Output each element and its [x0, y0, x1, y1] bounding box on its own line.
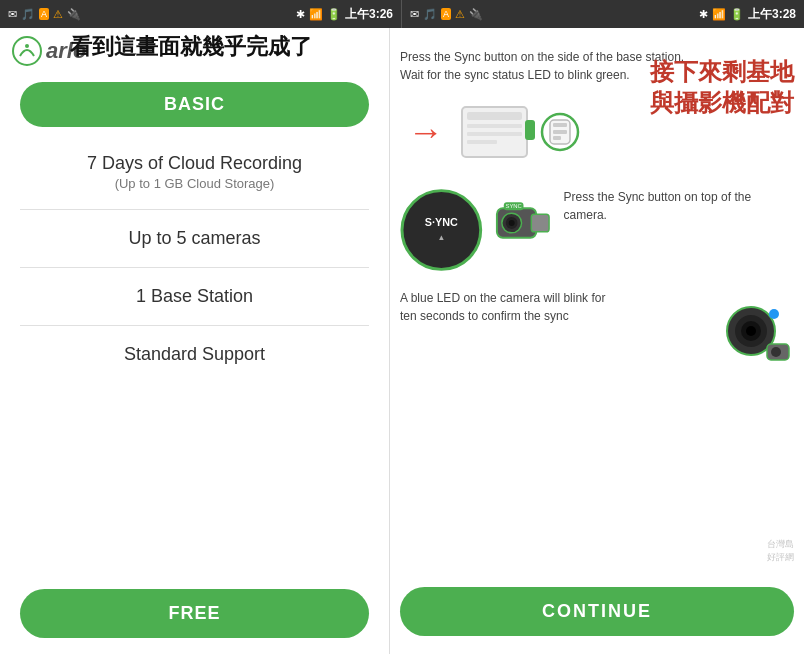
content-sections: Press the Sync button on the side of the… [400, 38, 794, 577]
feature-cameras: Up to 5 cameras [20, 210, 369, 268]
watermark: 台灣島好評網 [767, 538, 794, 564]
svg-point-27 [746, 326, 756, 336]
camera-sync-text: Press the Sync button on top of the came… [564, 188, 794, 224]
status-bars: ✉ 🎵 A ⚠ 🔌 ✱ 📶 🔋 上午3:26 ✉ 🎵 A ⚠ 🔌 ✱ 📶 🔋 上… [0, 0, 804, 28]
icon-warning-r: ⚠ [455, 8, 465, 21]
icon-music: 🎵 [21, 8, 35, 21]
svg-point-28 [769, 309, 779, 319]
arrow-right-icon: → [408, 111, 444, 153]
icon-battery: 🔋 [327, 8, 341, 21]
left-panel: arlo 看到這畫面就幾乎完成了 BASIC 7 Days of Cloud R… [0, 28, 390, 654]
icon-asus-r: A [441, 8, 451, 20]
free-button[interactable]: FREE [20, 589, 369, 638]
icon-music-r: 🎵 [423, 8, 437, 21]
icon-warning: ⚠ [53, 8, 63, 21]
feature-cloud-sub: (Up to 1 GB Cloud Storage) [20, 176, 369, 191]
continue-button[interactable]: CONTINUE [400, 587, 794, 636]
svg-text:SYNC: SYNC [505, 203, 522, 209]
icon-battery-r: 🔋 [730, 8, 744, 21]
icon-email-r: ✉ [410, 8, 419, 21]
svg-rect-20 [531, 214, 549, 232]
annotation-text-right: 接下來剩基地 與攝影機配對 [650, 56, 794, 118]
feature-cloud-main: 7 Days of Cloud Recording [20, 153, 369, 174]
left-status-icons: ✉ 🎵 A ⚠ 🔌 [8, 8, 81, 21]
svg-rect-3 [467, 112, 522, 120]
svg-rect-7 [525, 120, 535, 140]
svg-rect-12 [553, 136, 561, 140]
feature-base-main: 1 Base Station [20, 286, 369, 307]
left-header: arlo 看到這畫面就幾乎完成了 [0, 28, 389, 74]
free-button-container: FREE [0, 577, 389, 654]
right-time: 上午3:28 [748, 6, 796, 23]
annotation-text-left: 看到這畫面就幾乎完成了 [70, 32, 312, 62]
left-time: 上午3:26 [345, 6, 393, 23]
status-bar-left: ✉ 🎵 A ⚠ 🔌 ✱ 📶 🔋 上午3:26 [0, 0, 402, 28]
sync-button-svg: S·YNC ▲ [400, 188, 484, 273]
right-right-icons: ✱ 📶 🔋 上午3:28 [699, 6, 796, 23]
svg-rect-5 [467, 132, 522, 136]
icon-usb: 🔌 [67, 8, 81, 21]
svg-point-1 [25, 44, 29, 48]
svg-rect-11 [553, 130, 567, 134]
svg-point-19 [508, 220, 514, 226]
right-panel: 接下來剩基地 與攝影機配對 Press the Sync button on t… [390, 28, 804, 654]
icon-wifi-r: 📶 [712, 8, 726, 21]
feature-base-station: 1 Base Station [20, 268, 369, 326]
arlo-logo-icon [12, 36, 42, 66]
right-status-icons: ✉ 🎵 A ⚠ 🔌 [410, 8, 483, 21]
icon-asus: A [39, 8, 49, 20]
svg-point-30 [771, 347, 781, 357]
icon-usb-r: 🔌 [469, 8, 483, 21]
svg-rect-10 [553, 123, 567, 127]
status-bar-right: ✉ 🎵 A ⚠ 🔌 ✱ 📶 🔋 上午3:28 [402, 0, 804, 28]
feature-support-main: Standard Support [20, 344, 369, 365]
svg-point-13 [402, 191, 481, 270]
base-station-svg [452, 92, 582, 172]
left-right-icons: ✱ 📶 🔋 上午3:26 [296, 6, 393, 23]
icon-bt-r: ✱ [699, 8, 708, 21]
camera-large-svg [709, 289, 794, 374]
icon-email: ✉ [8, 8, 17, 21]
main-content: arlo 看到這畫面就幾乎完成了 BASIC 7 Days of Cloud R… [0, 28, 804, 654]
feature-list: 7 Days of Cloud Recording (Up to 1 GB Cl… [0, 135, 389, 577]
feature-support: Standard Support [20, 326, 369, 383]
icon-bt: ✱ [296, 8, 305, 21]
led-text: A blue LED on the camera will blink fort… [400, 289, 605, 325]
svg-text:▲: ▲ [437, 233, 445, 242]
icon-wifi: 📶 [309, 8, 323, 21]
svg-text:S·YNC: S·YNC [425, 216, 458, 228]
continue-button-container: CONTINUE [400, 577, 794, 644]
feature-cloud-recording: 7 Days of Cloud Recording (Up to 1 GB Cl… [20, 135, 369, 210]
feature-cameras-main: Up to 5 cameras [20, 228, 369, 249]
plan-button[interactable]: BASIC [20, 82, 369, 127]
svg-rect-4 [467, 124, 522, 128]
camera-small-svg: SYNC [492, 188, 556, 258]
camera-sync-section: S·YNC ▲ SYNC Press the S [400, 188, 794, 273]
svg-rect-6 [467, 140, 497, 144]
led-section: A blue LED on the camera will blink fort… [400, 289, 794, 374]
